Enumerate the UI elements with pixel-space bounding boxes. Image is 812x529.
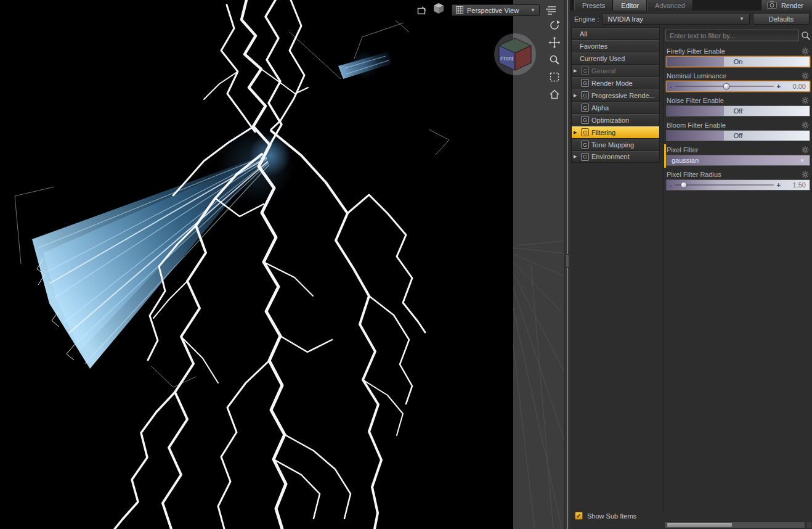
- category-environment[interactable]: ▶GEnvironment: [571, 150, 660, 163]
- category-label: Filtering: [591, 129, 615, 136]
- engine-label: Engine :: [572, 15, 599, 23]
- viewport-3d[interactable]: Perspective View ▼ Front: [0, 0, 570, 529]
- category-label: Optimization: [591, 117, 629, 124]
- engine-select[interactable]: NVIDIA Iray ▼: [602, 13, 750, 25]
- category-label: Render Mode: [591, 80, 633, 87]
- category-label: Alpha: [591, 104, 609, 112]
- slider-track[interactable]: [675, 184, 774, 186]
- gear-icon[interactable]: [802, 121, 809, 129]
- render-preview-icon[interactable]: [416, 5, 429, 17]
- gear-icon[interactable]: [802, 97, 809, 104]
- pan-icon[interactable]: [548, 36, 561, 49]
- slider-nominal-luminance[interactable]: -+0.00: [666, 81, 810, 92]
- search-icon[interactable]: [801, 31, 811, 42]
- property-list: Firefly Filter EnableOnNominal Luminance…: [665, 46, 811, 194]
- expander-icon[interactable]: ▶: [574, 68, 577, 73]
- toggle-state-label: Off: [667, 131, 810, 141]
- slider-knob[interactable]: [681, 182, 688, 189]
- tab-presets[interactable]: Presets: [574, 0, 613, 10]
- engine-value: NVIDIA Iray: [607, 15, 643, 23]
- category-favorites[interactable]: Favorites: [571, 39, 660, 52]
- orbit-rotate-icon[interactable]: [548, 18, 561, 32]
- property-firefly-filter-enable: Firefly Filter EnableOn: [665, 46, 811, 70]
- splitter-handle[interactable]: [566, 254, 569, 268]
- scrollbar-corner: [806, 522, 812, 528]
- category-all[interactable]: All: [571, 27, 660, 39]
- scrollbar-thumb[interactable]: [667, 523, 732, 527]
- property-pixel-filter-radius: Pixel Filter Radius-+1.50: [665, 169, 811, 194]
- view-selector-dropdown[interactable]: Perspective View ▼: [452, 4, 540, 16]
- aim-home-icon[interactable]: [548, 88, 561, 101]
- panel-tabs: PresetsEditorAdvanced: [570, 0, 693, 10]
- category-label: Currently Used: [580, 55, 625, 62]
- show-sub-items-checkbox[interactable]: ✓: [575, 512, 583, 520]
- property-bloom-filter-enable: Bloom Filter EnableOff: [665, 120, 811, 144]
- tab-editor[interactable]: Editor: [613, 0, 647, 10]
- group-icon: G: [581, 104, 589, 112]
- slider-decrement[interactable]: -: [670, 181, 672, 189]
- property-noise-filter-enable: Noise Filter EnableOff: [665, 95, 811, 120]
- property-label: Bloom Filter Enable: [667, 121, 726, 129]
- defaults-button[interactable]: Defaults: [753, 13, 810, 25]
- slider-value: 1.50: [793, 181, 806, 189]
- filter-search-input[interactable]: [665, 30, 799, 41]
- chevron-down-icon: ▼: [800, 158, 805, 163]
- category-currently-used[interactable]: Currently Used: [571, 52, 660, 64]
- dropdown-pixel-filter[interactable]: gaussian▼: [666, 155, 810, 166]
- gear-icon[interactable]: [802, 146, 809, 154]
- expander-icon[interactable]: ▶: [574, 154, 577, 159]
- zoom-icon[interactable]: [548, 53, 561, 67]
- group-icon: G: [581, 141, 589, 149]
- category-label: All: [580, 30, 587, 38]
- category-label: General: [591, 67, 615, 75]
- expander-icon[interactable]: ▶: [574, 93, 577, 98]
- category-tone-mapping[interactable]: GTone Mapping: [571, 138, 660, 150]
- slider-decrement[interactable]: -: [670, 83, 672, 90]
- group-icon: G: [581, 153, 589, 161]
- show-sub-items-label: Show Sub Items: [587, 512, 636, 520]
- property-label: Firefly Filter Enable: [667, 47, 725, 55]
- chevron-down-icon: ▼: [739, 16, 744, 22]
- toggle-noise-filter-enable[interactable]: Off: [666, 105, 810, 117]
- property-pixel-filter: Pixel Filtergaussian▼: [665, 144, 811, 169]
- frame-selection-icon[interactable]: [548, 70, 561, 84]
- property-label: Pixel Filter Radius: [667, 171, 721, 178]
- pane-splitter[interactable]: [564, 0, 570, 529]
- tab-advanced[interactable]: Advanced: [647, 0, 693, 10]
- daz-studio-window: Perspective View ▼ Front: [0, 0, 812, 529]
- toggle-bloom-filter-enable[interactable]: Off: [666, 130, 810, 141]
- scene-render[interactable]: [0, 0, 570, 529]
- category-render-mode[interactable]: GRender Mode: [571, 76, 660, 89]
- property-label: Pixel Filter: [667, 146, 698, 154]
- gear-icon[interactable]: [802, 47, 809, 55]
- gear-icon[interactable]: [802, 171, 809, 178]
- group-icon: G: [581, 91, 589, 99]
- toggle-firefly-filter-enable[interactable]: On: [666, 56, 810, 67]
- slider-increment[interactable]: +: [777, 83, 781, 90]
- group-icon: G: [581, 116, 589, 124]
- panel-tabbar: PresetsEditorAdvanced Render: [570, 0, 812, 10]
- render-button[interactable]: Render: [761, 0, 812, 10]
- horizontal-scrollbar[interactable]: [664, 522, 805, 528]
- render-button-label: Render: [781, 2, 803, 9]
- orientation-cube[interactable]: Front: [490, 31, 540, 78]
- expander-icon[interactable]: ▶: [574, 130, 577, 135]
- render-settings-panel: PresetsEditorAdvanced Render Engine : NV…: [570, 0, 812, 529]
- slider-knob[interactable]: [723, 83, 730, 90]
- grid-view-icon: [456, 6, 463, 15]
- slider-increment[interactable]: +: [777, 181, 781, 189]
- camera-cube-icon[interactable]: [432, 2, 445, 15]
- group-icon: G: [581, 79, 589, 87]
- slider-pixel-filter-radius[interactable]: -+1.50: [666, 179, 810, 191]
- category-optimization[interactable]: GOptimization: [571, 113, 660, 126]
- category-label: Tone Mapping: [591, 141, 634, 149]
- category-label: Environment: [591, 153, 630, 160]
- category-alpha[interactable]: GAlpha: [571, 101, 660, 113]
- cube-front-label: Front: [500, 55, 514, 62]
- category-progressive-rende[interactable]: ▶GProgressive Rende...: [571, 89, 660, 101]
- gear-icon[interactable]: [802, 72, 809, 80]
- category-general[interactable]: ▶GGeneral: [571, 64, 660, 76]
- pane-options-icon[interactable]: [545, 4, 558, 16]
- category-filtering[interactable]: ▶GFiltering: [571, 126, 660, 138]
- render-icon: [767, 1, 777, 10]
